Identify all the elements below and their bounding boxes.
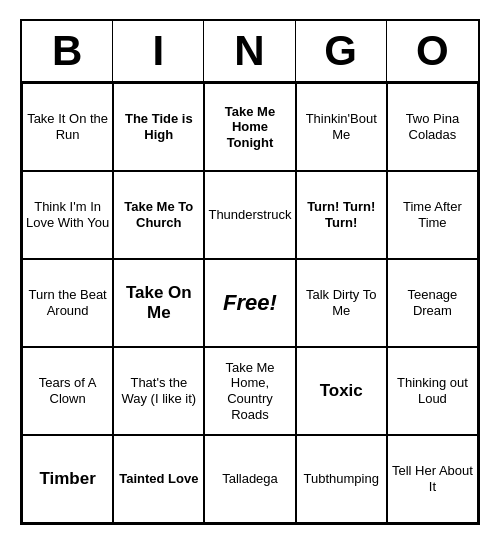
bingo-cell-9: Time After Time — [387, 171, 478, 259]
bingo-cell-17: Take Me Home, Country Roads — [204, 347, 295, 435]
bingo-cell-24: Tell Her About It — [387, 435, 478, 523]
bingo-cell-12: Free! — [204, 259, 295, 347]
bingo-cell-10: Turn the Beat Around — [22, 259, 113, 347]
bingo-grid: Take It On the RunThe Tide is HighTake M… — [22, 83, 478, 523]
bingo-card: BINGO Take It On the RunThe Tide is High… — [20, 19, 480, 525]
bingo-cell-4: Two Pina Coladas — [387, 83, 478, 171]
header-letter-n: N — [204, 21, 295, 81]
bingo-cell-2: Take Me Home Tonight — [204, 83, 295, 171]
bingo-cell-8: Turn! Turn! Turn! — [296, 171, 387, 259]
bingo-cell-0: Take It On the Run — [22, 83, 113, 171]
bingo-cell-16: That's the Way (I like it) — [113, 347, 204, 435]
bingo-cell-15: Tears of A Clown — [22, 347, 113, 435]
bingo-cell-1: The Tide is High — [113, 83, 204, 171]
bingo-cell-11: Take On Me — [113, 259, 204, 347]
bingo-cell-7: Thunderstruck — [204, 171, 295, 259]
bingo-cell-14: Teenage Dream — [387, 259, 478, 347]
bingo-cell-22: Talladega — [204, 435, 295, 523]
bingo-cell-20: Timber — [22, 435, 113, 523]
bingo-cell-21: Tainted Love — [113, 435, 204, 523]
bingo-header: BINGO — [22, 21, 478, 83]
bingo-cell-3: Thinkin'Bout Me — [296, 83, 387, 171]
bingo-cell-6: Take Me To Church — [113, 171, 204, 259]
header-letter-i: I — [113, 21, 204, 81]
header-letter-g: G — [296, 21, 387, 81]
bingo-cell-19: Thinking out Loud — [387, 347, 478, 435]
bingo-cell-5: Think I'm In Love With You — [22, 171, 113, 259]
bingo-cell-23: Tubthumping — [296, 435, 387, 523]
header-letter-b: B — [22, 21, 113, 81]
bingo-cell-18: Toxic — [296, 347, 387, 435]
bingo-cell-13: Talk Dirty To Me — [296, 259, 387, 347]
header-letter-o: O — [387, 21, 478, 81]
